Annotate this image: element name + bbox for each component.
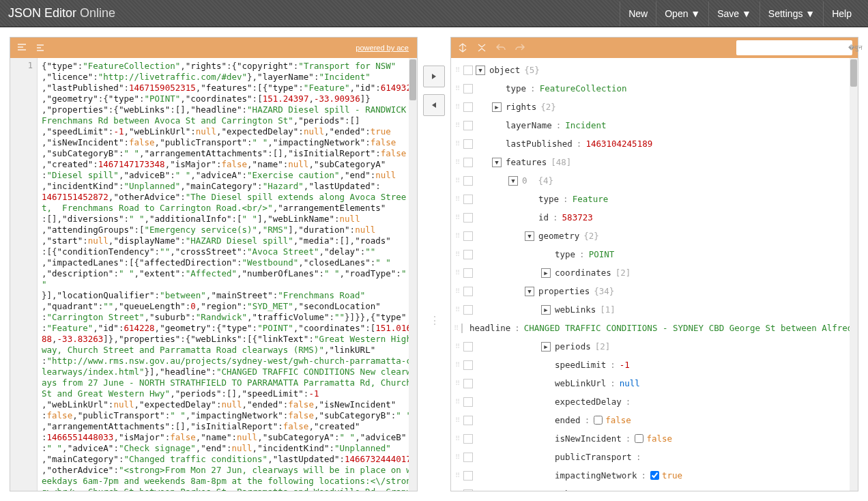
tree-key[interactable]: headline bbox=[469, 321, 510, 335]
context-menu-icon[interactable] bbox=[463, 139, 473, 149]
tree-editor[interactable]: ⠿▼object{5}⠿type:FeatureCollection⠿▶righ… bbox=[451, 58, 858, 491]
drag-handle-icon[interactable]: ⠿ bbox=[454, 340, 461, 354]
context-menu-icon[interactable] bbox=[463, 102, 473, 112]
drag-handle-icon[interactable]: ⠿ bbox=[454, 432, 461, 446]
code-content[interactable]: {"type":"FeatureCollection","rights":{"c… bbox=[38, 58, 417, 491]
tree-row[interactable]: ⠿impactingNetwork:true bbox=[451, 466, 858, 485]
tree-row[interactable]: ⠿expectedDelay: bbox=[451, 392, 858, 411]
context-menu-icon[interactable] bbox=[461, 324, 463, 333]
tree-value[interactable]: Feature bbox=[573, 192, 609, 206]
tree-value[interactable]: 583723 bbox=[562, 211, 593, 225]
scrollbar-thumb[interactable] bbox=[850, 59, 857, 87]
drag-handle-icon[interactable]: ⠿ bbox=[454, 156, 461, 169]
tree-row[interactable]: ⠿webLinkUrl:null bbox=[451, 374, 858, 392]
context-menu-icon[interactable] bbox=[463, 84, 473, 94]
tree-key[interactable]: features bbox=[506, 156, 547, 169]
tree-row[interactable]: ⠿publicTransport: bbox=[451, 448, 858, 466]
tree-key[interactable]: subCategoryA bbox=[555, 487, 616, 491]
tree-key[interactable]: speedLimit bbox=[555, 358, 606, 372]
context-menu-icon[interactable] bbox=[463, 453, 473, 462]
code-scrollbar[interactable] bbox=[409, 58, 417, 491]
search-dropdown-icon[interactable]: �युन bbox=[848, 44, 863, 52]
tree-row[interactable]: ⠿▶webLinks[1] bbox=[451, 300, 858, 319]
format-icon[interactable] bbox=[16, 42, 28, 54]
copy-right-button[interactable] bbox=[423, 66, 445, 87]
undo-icon[interactable] bbox=[495, 42, 507, 54]
scrollbar-thumb[interactable] bbox=[409, 59, 416, 100]
redo-icon[interactable] bbox=[514, 42, 526, 54]
tree-key[interactable]: lastPublished bbox=[506, 137, 573, 151]
tree-key[interactable]: rights bbox=[506, 100, 536, 114]
drag-handle-icon[interactable]: ⠿ bbox=[454, 450, 461, 464]
context-menu-icon[interactable] bbox=[463, 121, 473, 130]
tree-row[interactable]: ⠿▶periods[2] bbox=[451, 337, 858, 356]
compact-icon[interactable] bbox=[35, 42, 47, 54]
drag-handle-icon[interactable]: ⠿ bbox=[454, 248, 461, 261]
tree-key[interactable]: properties bbox=[538, 285, 590, 298]
context-menu-icon[interactable] bbox=[463, 489, 473, 491]
expand-caret-icon[interactable]: ▼ bbox=[476, 66, 485, 75]
expand-caret-icon[interactable]: ▼ bbox=[508, 176, 518, 186]
collapse-all-icon[interactable] bbox=[476, 42, 488, 54]
splitter-handle[interactable]: ⋮ bbox=[429, 314, 439, 327]
drag-handle-icon[interactable]: ⠿ bbox=[454, 229, 461, 243]
tree-row[interactable]: ⠿headline:CHANGED TRAFFIC CONDITIONS - S… bbox=[451, 319, 858, 337]
context-menu-icon[interactable] bbox=[463, 360, 473, 370]
tree-value[interactable]: false bbox=[646, 432, 672, 446]
tree-key[interactable]: expectedDelay bbox=[555, 395, 622, 409]
tree-row[interactable]: ⠿lastPublished:1463104245189 bbox=[451, 134, 858, 153]
context-menu-icon[interactable] bbox=[463, 176, 473, 186]
search-input[interactable] bbox=[743, 43, 845, 53]
tree-row[interactable]: ⠿type:FeatureCollection bbox=[451, 79, 858, 98]
expand-caret-icon[interactable]: ▶ bbox=[541, 305, 551, 315]
tree-key[interactable]: ended bbox=[555, 414, 581, 427]
drag-handle-icon[interactable]: ⠿ bbox=[454, 174, 461, 188]
context-menu-icon[interactable] bbox=[463, 379, 473, 388]
tree-value[interactable]: true bbox=[662, 469, 682, 483]
powered-by-link[interactable]: powered by ace bbox=[356, 44, 409, 52]
tree-value[interactable]: Incident bbox=[565, 119, 606, 132]
tree-value[interactable]: null bbox=[620, 377, 640, 390]
tree-key[interactable]: type bbox=[555, 248, 575, 261]
code-editor[interactable]: 1 {"type":"FeatureCollection","rights":{… bbox=[10, 58, 417, 491]
tree-key[interactable]: layerName bbox=[506, 119, 552, 132]
tree-value[interactable]: 1463104245189 bbox=[585, 137, 652, 151]
tree-key[interactable]: coordinates bbox=[555, 266, 611, 280]
tree-row[interactable]: ⠿▼geometry{2} bbox=[451, 227, 858, 245]
drag-handle-icon[interactable]: ⠿ bbox=[454, 137, 461, 151]
drag-handle-icon[interactable]: ⠿ bbox=[454, 100, 461, 114]
tree-scrollbar[interactable] bbox=[850, 58, 858, 491]
tree-row[interactable]: ⠿▶rights{2} bbox=[451, 98, 858, 116]
tree-row[interactable]: ⠿isNewIncident:false bbox=[451, 429, 858, 448]
tree-value[interactable]: CHANGED TRAFFIC CONDITIONS - SYDNEY CBD … bbox=[524, 321, 858, 335]
drag-handle-icon[interactable]: ⠿ bbox=[454, 266, 461, 280]
menu-save[interactable]: Save ▼ bbox=[708, 1, 760, 26]
drag-handle-icon[interactable]: ⠿ bbox=[454, 211, 461, 225]
context-menu-icon[interactable] bbox=[463, 268, 473, 278]
tree-row[interactable]: ⠿speedLimit:-1 bbox=[451, 356, 858, 374]
menu-open[interactable]: Open ▼ bbox=[656, 1, 708, 26]
bool-checkbox[interactable] bbox=[650, 471, 659, 480]
tree-row[interactable]: ⠿▼0{4} bbox=[451, 171, 858, 190]
expand-caret-icon[interactable]: ▼ bbox=[525, 231, 534, 241]
drag-handle-icon[interactable]: ⠿ bbox=[454, 469, 461, 483]
copy-left-button[interactable] bbox=[423, 94, 445, 116]
tree-key[interactable]: periods bbox=[555, 340, 591, 354]
expand-caret-icon[interactable]: ▼ bbox=[492, 158, 502, 167]
drag-handle-icon[interactable]: ⠿ bbox=[454, 119, 461, 132]
bool-checkbox[interactable] bbox=[635, 434, 643, 443]
context-menu-icon[interactable] bbox=[463, 158, 473, 167]
drag-handle-icon[interactable]: ⠿ bbox=[454, 377, 461, 390]
context-menu-icon[interactable] bbox=[463, 416, 473, 425]
tree-key[interactable]: publicTransport bbox=[555, 450, 632, 464]
expand-caret-icon[interactable]: ▶ bbox=[492, 102, 502, 112]
context-menu-icon[interactable] bbox=[463, 66, 473, 75]
drag-handle-icon[interactable]: ⠿ bbox=[454, 395, 461, 409]
tree-row[interactable]: ⠿▼object{5} bbox=[451, 61, 858, 79]
tree-key[interactable]: object bbox=[489, 63, 520, 77]
tree-value[interactable]: POINT bbox=[589, 248, 615, 261]
expand-caret-icon[interactable]: ▶ bbox=[541, 342, 551, 352]
context-menu-icon[interactable] bbox=[463, 434, 473, 444]
context-menu-icon[interactable] bbox=[463, 287, 473, 296]
menu-new[interactable]: New bbox=[620, 1, 656, 26]
